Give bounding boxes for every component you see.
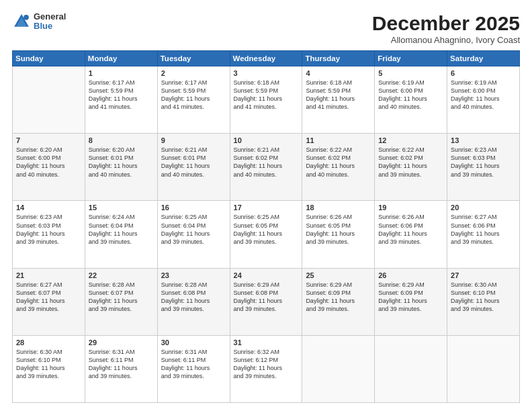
day-number: 16 <box>161 203 226 212</box>
logo-text: General Blue <box>34 12 66 32</box>
calendar-week-2: 7Sunrise: 6:20 AM Sunset: 6:00 PM Daylig… <box>13 134 520 201</box>
day-info: Sunrise: 6:30 AM Sunset: 6:10 PM Dayligh… <box>451 281 516 314</box>
calendar-cell: 1Sunrise: 6:17 AM Sunset: 5:59 PM Daylig… <box>85 66 157 134</box>
day-number: 27 <box>451 271 516 279</box>
calendar-cell: 16Sunrise: 6:25 AM Sunset: 6:04 PM Dayli… <box>157 201 230 268</box>
day-number: 28 <box>16 338 81 347</box>
day-info: Sunrise: 6:30 AM Sunset: 6:10 PM Dayligh… <box>16 348 81 381</box>
calendar-cell: 7Sunrise: 6:20 AM Sunset: 6:00 PM Daylig… <box>13 134 85 201</box>
calendar-cell: 13Sunrise: 6:23 AM Sunset: 6:03 PM Dayli… <box>447 134 520 201</box>
calendar-cell: 3Sunrise: 6:18 AM Sunset: 5:59 PM Daylig… <box>230 66 302 134</box>
day-info: Sunrise: 6:22 AM Sunset: 6:02 PM Dayligh… <box>306 146 371 179</box>
calendar-cell <box>302 335 375 402</box>
day-number: 25 <box>306 271 371 279</box>
calendar-cell: 11Sunrise: 6:22 AM Sunset: 6:02 PM Dayli… <box>302 134 375 201</box>
calendar-subtitle: Allomanou Ahagnino, Ivory Coast <box>372 35 520 45</box>
header-row: Sunday Monday Tuesday Wednesday Thursday… <box>13 51 520 66</box>
col-sunday: Sunday <box>13 51 85 66</box>
calendar-cell: 19Sunrise: 6:26 AM Sunset: 6:06 PM Dayli… <box>375 201 447 268</box>
calendar-cell: 17Sunrise: 6:25 AM Sunset: 6:05 PM Dayli… <box>230 201 302 268</box>
day-number: 17 <box>234 203 299 212</box>
day-info: Sunrise: 6:24 AM Sunset: 6:04 PM Dayligh… <box>89 213 154 246</box>
day-info: Sunrise: 6:26 AM Sunset: 6:05 PM Dayligh… <box>306 213 371 246</box>
day-number: 30 <box>161 338 226 347</box>
day-info: Sunrise: 6:29 AM Sunset: 6:09 PM Dayligh… <box>378 281 443 314</box>
day-number: 26 <box>378 271 443 279</box>
col-friday: Friday <box>375 51 447 66</box>
logo-blue: Blue <box>34 21 66 31</box>
calendar-cell: 30Sunrise: 6:31 AM Sunset: 6:11 PM Dayli… <box>157 335 230 402</box>
calendar-cell: 24Sunrise: 6:29 AM Sunset: 6:08 PM Dayli… <box>230 268 302 335</box>
calendar-cell: 8Sunrise: 6:20 AM Sunset: 6:01 PM Daylig… <box>85 134 157 201</box>
day-number: 9 <box>161 136 226 144</box>
day-info: Sunrise: 6:25 AM Sunset: 6:04 PM Dayligh… <box>161 213 226 246</box>
day-info: Sunrise: 6:29 AM Sunset: 6:09 PM Dayligh… <box>306 281 371 314</box>
day-info: Sunrise: 6:26 AM Sunset: 6:06 PM Dayligh… <box>378 213 443 246</box>
day-number: 31 <box>234 338 299 347</box>
day-info: Sunrise: 6:29 AM Sunset: 6:08 PM Dayligh… <box>234 281 299 314</box>
page: General Blue December 2025 Allomanou Aha… <box>0 0 532 411</box>
calendar-cell: 20Sunrise: 6:27 AM Sunset: 6:06 PM Dayli… <box>447 201 520 268</box>
title-block: December 2025 Allomanou Ahagnino, Ivory … <box>372 12 520 45</box>
day-info: Sunrise: 6:20 AM Sunset: 6:01 PM Dayligh… <box>89 146 154 179</box>
calendar-cell: 25Sunrise: 6:29 AM Sunset: 6:09 PM Dayli… <box>302 268 375 335</box>
day-number: 5 <box>378 69 443 77</box>
calendar-cell: 14Sunrise: 6:23 AM Sunset: 6:03 PM Dayli… <box>13 201 85 268</box>
calendar-cell: 4Sunrise: 6:18 AM Sunset: 5:59 PM Daylig… <box>302 66 375 134</box>
header: General Blue December 2025 Allomanou Aha… <box>12 12 520 45</box>
day-number: 19 <box>378 203 443 212</box>
calendar-cell: 15Sunrise: 6:24 AM Sunset: 6:04 PM Dayli… <box>85 201 157 268</box>
day-number: 1 <box>89 69 154 77</box>
calendar-cell: 5Sunrise: 6:19 AM Sunset: 6:00 PM Daylig… <box>375 66 447 134</box>
day-number: 13 <box>451 136 516 144</box>
day-number: 3 <box>234 69 299 77</box>
calendar-cell: 18Sunrise: 6:26 AM Sunset: 6:05 PM Dayli… <box>302 201 375 268</box>
day-info: Sunrise: 6:31 AM Sunset: 6:11 PM Dayligh… <box>89 348 154 381</box>
day-info: Sunrise: 6:28 AM Sunset: 6:08 PM Dayligh… <box>161 281 226 314</box>
day-info: Sunrise: 6:19 AM Sunset: 6:00 PM Dayligh… <box>378 79 443 111</box>
day-number: 11 <box>306 136 371 144</box>
day-number: 18 <box>306 203 371 212</box>
calendar-cell: 31Sunrise: 6:32 AM Sunset: 6:12 PM Dayli… <box>230 335 302 402</box>
day-number: 14 <box>16 203 81 212</box>
calendar-cell <box>13 66 85 134</box>
calendar-cell <box>447 335 520 402</box>
calendar-cell: 6Sunrise: 6:19 AM Sunset: 6:00 PM Daylig… <box>447 66 520 134</box>
day-number: 6 <box>451 69 516 77</box>
day-info: Sunrise: 6:27 AM Sunset: 6:07 PM Dayligh… <box>16 281 81 314</box>
calendar-week-3: 14Sunrise: 6:23 AM Sunset: 6:03 PM Dayli… <box>13 201 520 268</box>
calendar-cell: 12Sunrise: 6:22 AM Sunset: 6:02 PM Dayli… <box>375 134 447 201</box>
logo-icon <box>12 12 31 31</box>
calendar-cell: 28Sunrise: 6:30 AM Sunset: 6:10 PM Dayli… <box>13 335 85 402</box>
day-number: 20 <box>451 203 516 212</box>
day-info: Sunrise: 6:23 AM Sunset: 6:03 PM Dayligh… <box>451 146 516 179</box>
calendar-cell <box>375 335 447 402</box>
calendar-cell: 2Sunrise: 6:17 AM Sunset: 5:59 PM Daylig… <box>157 66 230 134</box>
calendar-cell: 29Sunrise: 6:31 AM Sunset: 6:11 PM Dayli… <box>85 335 157 402</box>
day-info: Sunrise: 6:25 AM Sunset: 6:05 PM Dayligh… <box>234 213 299 246</box>
day-info: Sunrise: 6:32 AM Sunset: 6:12 PM Dayligh… <box>234 348 299 381</box>
calendar-cell: 23Sunrise: 6:28 AM Sunset: 6:08 PM Dayli… <box>157 268 230 335</box>
calendar-cell: 21Sunrise: 6:27 AM Sunset: 6:07 PM Dayli… <box>13 268 85 335</box>
day-number: 12 <box>378 136 443 144</box>
col-wednesday: Wednesday <box>230 51 302 66</box>
calendar-week-1: 1Sunrise: 6:17 AM Sunset: 5:59 PM Daylig… <box>13 66 520 134</box>
day-info: Sunrise: 6:19 AM Sunset: 6:00 PM Dayligh… <box>451 79 516 111</box>
col-thursday: Thursday <box>302 51 375 66</box>
day-info: Sunrise: 6:17 AM Sunset: 5:59 PM Dayligh… <box>89 79 154 111</box>
calendar-cell: 10Sunrise: 6:21 AM Sunset: 6:02 PM Dayli… <box>230 134 302 201</box>
calendar-table: Sunday Monday Tuesday Wednesday Thursday… <box>12 50 520 403</box>
calendar-week-5: 28Sunrise: 6:30 AM Sunset: 6:10 PM Dayli… <box>13 335 520 402</box>
col-saturday: Saturday <box>447 51 520 66</box>
day-number: 29 <box>89 338 154 347</box>
svg-point-2 <box>24 15 29 20</box>
day-number: 21 <box>16 271 81 279</box>
calendar-cell: 27Sunrise: 6:30 AM Sunset: 6:10 PM Dayli… <box>447 268 520 335</box>
calendar-cell: 26Sunrise: 6:29 AM Sunset: 6:09 PM Dayli… <box>375 268 447 335</box>
day-number: 15 <box>89 203 154 212</box>
day-number: 8 <box>89 136 154 144</box>
logo-general: General <box>34 12 66 21</box>
col-tuesday: Tuesday <box>157 51 230 66</box>
day-info: Sunrise: 6:21 AM Sunset: 6:02 PM Dayligh… <box>234 146 299 179</box>
day-number: 4 <box>306 69 371 77</box>
